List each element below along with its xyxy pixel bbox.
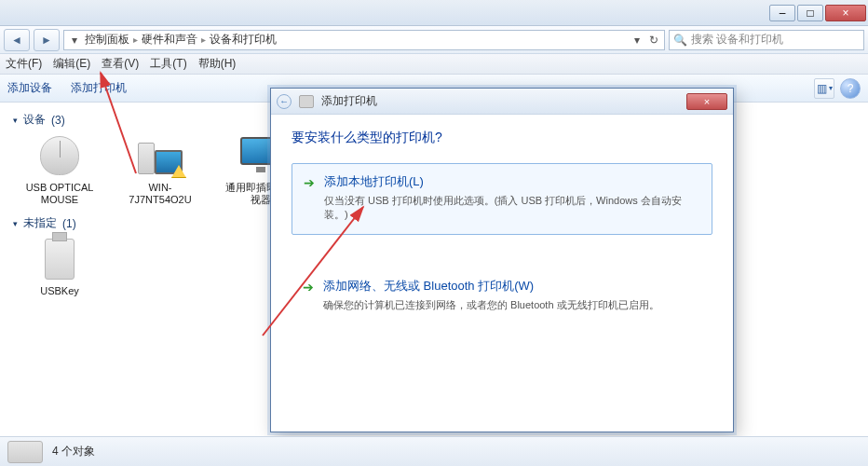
dialog-heading: 要安装什么类型的打印机? [292,130,712,146]
menu-edit[interactable]: 编辑(E) [53,56,90,72]
status-bar: 4 个对象 [0,436,868,466]
search-input[interactable]: 🔍 搜索 设备和打印机 [669,30,864,50]
maximize-icon: □ [807,7,813,20]
device-item-mouse[interactable]: USB OPTICAL MOUSE [22,133,97,206]
toolbar-add-printer[interactable]: 添加打印机 [71,80,127,96]
option-title: 添加本地打印机(L) [324,173,700,190]
option-add-network-printer[interactable]: ➔ 添加网络、无线或 Bluetooth 打印机(W) 确保您的计算机已连接到网… [292,278,712,312]
computer-icon [138,137,183,174]
arrow-right-icon: ➔ [304,175,315,223]
toolbar-add-device[interactable]: 添加设备 [7,80,52,96]
add-printer-dialog: ← 添加打印机 × 要安装什么类型的打印机? ➔ 添加本地打印机(L) 仅当没有… [270,88,734,432]
collapse-triangle-icon: ▾ [13,219,18,228]
toolbar-help-button[interactable]: ? [840,78,861,99]
breadcrumb[interactable]: ▾ 控制面板 ▸ 硬件和声音 ▸ 设备和打印机 ▾ ↻ [63,30,665,50]
breadcrumb-root-icon[interactable]: ▾ [68,34,81,47]
dialog-titlebar[interactable]: ← 添加打印机 × [271,89,733,115]
menu-file[interactable]: 文件(F) [6,56,42,72]
refresh-icon[interactable]: ↻ [647,34,660,47]
option-add-local-printer[interactable]: ➔ 添加本地打印机(L) 仅当没有 USB 打印机时使用此选项。(插入 USB … [292,163,712,235]
group-label: 设备 [23,112,46,128]
help-icon: ? [848,82,854,95]
menu-bar: 文件(F) 编辑(E) 查看(V) 工具(T) 帮助(H) [0,54,868,75]
usbkey-icon [45,239,75,280]
address-bar: ◄ ► ▾ 控制面板 ▸ 硬件和声音 ▸ 设备和打印机 ▾ ↻ 🔍 搜索 设备和… [0,26,868,54]
menu-view[interactable]: 查看(V) [102,56,139,72]
toolbar-view-button[interactable]: ▥▾ [814,78,834,99]
wizard-back-icon[interactable]: ← [277,94,292,109]
breadcrumb-crumb[interactable]: 设备和打印机 [210,32,277,48]
dialog-title-text: 添加打印机 [321,93,377,109]
window-titlebar: – □ × [0,0,868,26]
printer-icon [299,95,314,108]
chevron-right-icon: ▸ [133,34,138,45]
group-count: (3) [51,114,65,127]
search-icon: 🔍 [673,34,687,47]
chevron-down-icon: ▾ [829,84,833,92]
device-item-usbkey[interactable]: USBKey [22,237,97,297]
close-icon: × [842,7,848,20]
collapse-triangle-icon: ▾ [13,116,18,125]
group-label: 未指定 [23,215,57,231]
back-arrow-icon: ◄ [11,34,22,47]
option-description: 确保您的计算机已连接到网络，或者您的 Bluetooth 或无线打印机已启用。 [323,298,659,312]
forward-arrow-icon: ► [41,34,52,47]
window-maximize-button[interactable]: □ [797,5,823,21]
search-placeholder: 搜索 设备和打印机 [691,32,783,48]
menu-help[interactable]: 帮助(H) [198,56,237,72]
menu-tools[interactable]: 工具(T) [150,56,186,72]
breadcrumb-dropdown-icon[interactable]: ▾ [631,34,644,47]
nav-forward-button[interactable]: ► [34,29,60,51]
nav-back-button[interactable]: ◄ [4,29,30,51]
breadcrumb-crumb[interactable]: 控制面板 [85,32,129,48]
view-mode-icon: ▥ [817,82,827,95]
device-label: WIN-7J7NT54O2U [123,182,197,206]
chevron-right-icon: ▸ [201,34,206,45]
window-minimize-button[interactable]: – [769,5,795,21]
window-close-button[interactable]: × [825,5,866,21]
status-object-count: 4 个对象 [52,444,95,459]
device-label: USB OPTICAL MOUSE [22,182,97,206]
minimize-icon: – [780,7,786,20]
device-item-computer[interactable]: WIN-7J7NT54O2U [123,133,197,206]
mouse-icon [40,136,79,175]
breadcrumb-crumb[interactable]: 硬件和声音 [142,32,197,48]
arrow-right-icon: ➔ [303,280,314,312]
close-icon: × [704,96,710,107]
option-description: 仅当没有 USB 打印机时使用此选项。(插入 USB 打印机后，Windows … [324,194,700,223]
option-title: 添加网络、无线或 Bluetooth 打印机(W) [323,278,659,295]
dialog-close-button[interactable]: × [686,93,727,110]
device-label: USBKey [40,285,79,297]
group-count: (1) [62,217,76,230]
printer-icon [7,441,43,463]
